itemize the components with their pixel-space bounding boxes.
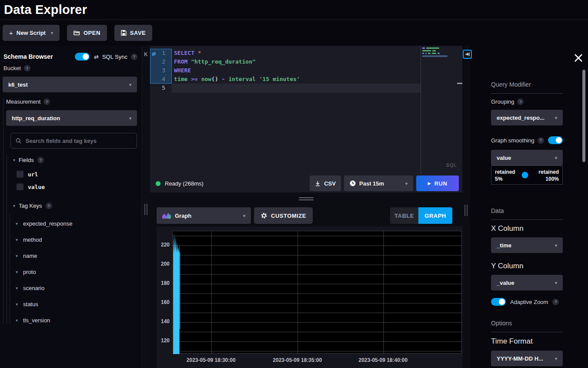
graph-type-icon <box>162 213 171 219</box>
options-heading: Options <box>491 320 563 332</box>
measurement-label: Measurement <box>6 98 40 105</box>
fields-section-header[interactable]: ▾ Fields ? <box>13 157 44 163</box>
grouping-dropdown[interactable]: expected_respo... ▾ <box>491 110 563 125</box>
plus-icon: + <box>9 29 13 37</box>
tag-key-item[interactable]: ▾scenario <box>16 285 44 291</box>
sql-editor[interactable]: ⇄ 1SELECT *2FROM "http_req_duration"3WHE… <box>150 46 462 174</box>
indent-guide <box>3 98 3 324</box>
expand-right-icon <box>465 52 470 57</box>
current-line-highlight <box>172 84 421 93</box>
help-icon[interactable]: ? <box>552 299 559 305</box>
view-type-dropdown[interactable]: Graph ▾ <box>157 207 251 224</box>
clock-icon <box>350 180 356 186</box>
line-number: 1 <box>150 49 172 57</box>
x-column-dropdown[interactable]: _time ▾ <box>491 237 563 253</box>
close-icon[interactable] <box>574 53 583 63</box>
chevron-down-icon: ▾ <box>16 286 18 290</box>
chevron-down-icon: ▾ <box>13 158 15 162</box>
sync-arrows-icon: ⇄ <box>94 54 99 60</box>
tag-key-item[interactable]: ▾tls_version <box>16 317 50 324</box>
smoothing-column-dropdown[interactable]: value ▾ <box>491 150 563 165</box>
tag-key-item[interactable]: ▾expected_response <box>16 220 73 227</box>
panel-resize-divider[interactable] <box>150 192 462 205</box>
y-axis-label: 180 <box>157 280 170 286</box>
help-icon[interactable]: ? <box>517 98 524 105</box>
line-number: 2 <box>150 57 172 66</box>
retained-right-label: retained <box>538 169 559 175</box>
x-column-label: X Column <box>491 224 563 233</box>
play-icon: ▶ <box>428 181 431 186</box>
download-icon <box>315 181 321 186</box>
bucket-dropdown[interactable]: k6_test ▾ <box>3 77 137 92</box>
expand-panel-button[interactable] <box>463 50 472 59</box>
plot-area[interactable] <box>172 231 462 354</box>
help-icon[interactable]: ? <box>131 54 137 60</box>
checkbox[interactable] <box>17 183 23 190</box>
options-panel: Query Modifier Grouping ? expected_respo… <box>470 46 588 368</box>
schema-browser-title: Schema Browser <box>3 53 53 60</box>
chevron-down-icon: ▾ <box>555 115 557 120</box>
vertical-drag-handle[interactable] <box>464 205 468 216</box>
search-input[interactable] <box>26 138 132 144</box>
adaptive-zoom-toggle[interactable] <box>491 298 506 306</box>
field-item[interactable]: url <box>17 171 38 178</box>
vertical-drag-handle[interactable] <box>144 204 147 215</box>
graph-tab[interactable]: GRAPH <box>418 207 452 224</box>
gear-icon <box>261 212 267 219</box>
chevron-down-icon: ▾ <box>13 203 15 208</box>
chart-container: 2202001801601401202023-05-09 18:30:00202… <box>157 226 462 368</box>
adaptive-zoom-label: Adaptive Zoom <box>510 299 548 305</box>
open-button[interactable]: OPEN <box>67 25 107 41</box>
data-heading: Data <box>491 207 563 220</box>
panel-scrollbar[interactable] <box>582 70 585 162</box>
table-tab[interactable]: TABLE <box>390 207 418 224</box>
tag-key-item[interactable]: ▾status <box>16 301 38 307</box>
collapse-left-icon[interactable]: K <box>144 51 148 57</box>
graph-smoothing-label: Graph smoothing <box>491 137 535 144</box>
time-range-dropdown[interactable]: Past 15m ▾ <box>344 176 413 191</box>
time-format-label: Time Format <box>491 337 563 346</box>
field-item[interactable]: value <box>17 183 45 190</box>
search-icon <box>16 138 22 144</box>
run-button[interactable]: ▶ RUN <box>416 176 459 191</box>
csv-button[interactable]: CSV <box>310 176 341 191</box>
tag-key-item[interactable]: ▾proto <box>16 269 36 275</box>
customize-button[interactable]: CUSTOMIZE <box>254 207 313 224</box>
time-format-dropdown[interactable]: YYYY-MM-DD H... ▾ <box>491 351 563 366</box>
minimap-slider[interactable] <box>457 83 462 84</box>
x-axis-label: 2023-05-09 18:40:00 <box>353 357 414 363</box>
line-number: 4 <box>150 75 172 84</box>
y-axis-label: 120 <box>157 338 170 344</box>
slider-handle[interactable] <box>521 172 528 179</box>
tag-keys-section-header[interactable]: ▾ Tag Keys ? <box>13 203 52 209</box>
help-icon[interactable]: ? <box>24 65 30 71</box>
chevron-down-icon: ▾ <box>16 270 18 274</box>
chevron-down-icon: ▾ <box>16 253 18 258</box>
checkbox[interactable] <box>17 171 23 178</box>
help-icon[interactable]: ? <box>37 157 44 163</box>
language-badge: SQL <box>446 162 457 168</box>
page-title: Data Explorer <box>4 3 87 17</box>
x-axis-label: 2023-05-09 18:35:00 <box>267 357 328 363</box>
y-axis-label: 220 <box>157 242 170 248</box>
help-icon[interactable]: ? <box>538 137 544 144</box>
y-column-dropdown[interactable]: _value ▾ <box>491 275 563 290</box>
editor-minimap[interactable] <box>421 46 462 174</box>
help-icon[interactable]: ? <box>46 203 52 209</box>
retained-slider: retained5% retained100% <box>491 165 563 185</box>
chevron-down-icon: ▾ <box>243 213 245 218</box>
chevron-down-icon: ▾ <box>129 82 131 87</box>
line-number: 3 <box>150 66 172 75</box>
tag-key-item[interactable]: ▾method <box>16 236 42 243</box>
graph-smoothing-toggle[interactable] <box>548 136 563 144</box>
measurement-dropdown[interactable]: http_req_duration ▾ <box>6 110 137 126</box>
tag-key-item[interactable]: ▾name <box>16 253 37 259</box>
y-column-label: Y Column <box>491 262 563 270</box>
save-button[interactable]: SAVE <box>114 25 152 41</box>
sql-sync-toggle[interactable] <box>75 53 90 61</box>
help-icon[interactable]: ? <box>43 98 50 105</box>
query-status-bar: Ready (268ms) CSV Past 15m ▾ ▶ RUN <box>150 174 462 192</box>
code-line: time >= now() - interval '15 minutes' <box>174 75 300 84</box>
bucket-label: Bucket <box>3 65 21 71</box>
new-script-button[interactable]: + New Script ▾ <box>3 25 60 41</box>
